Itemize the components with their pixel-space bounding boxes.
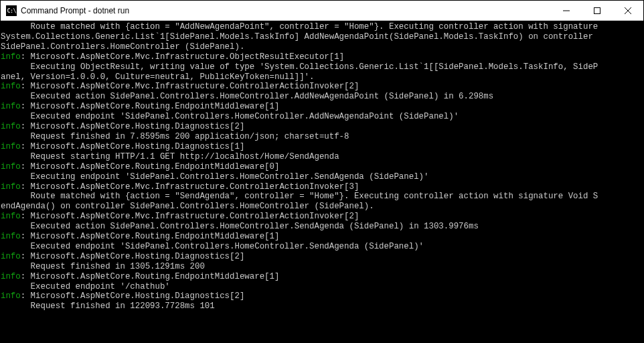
console-output[interactable]: Route matched with {action = "AddNewAgen… — [1, 21, 643, 342]
log-level-info: info — [1, 162, 21, 172]
console-line: info: Microsoft.AspNetCore.Routing.Endpo… — [1, 162, 643, 172]
console-line: System.Collections.Generic.List`1[SidePa… — [1, 32, 643, 42]
console-line: Executed endpoint '/chathub' — [1, 282, 643, 292]
log-message: Executing ObjectResult, writing value of… — [1, 62, 598, 72]
console-line: info: Microsoft.AspNetCore.Hosting.Diagn… — [1, 291, 643, 301]
console-line: Request finished in 7.8595ms 200 applica… — [1, 132, 643, 142]
log-category: : Microsoft.AspNetCore.Routing.EndpointM… — [21, 232, 280, 241]
window-controls — [551, 1, 643, 20]
log-level-info: info — [1, 82, 21, 91]
console-line: Executed endpoint 'SidePanel.Controllers… — [1, 112, 643, 122]
log-level-info: info — [1, 252, 21, 261]
log-category: : Microsoft.AspNetCore.Routing.EndpointM… — [21, 162, 280, 172]
console-line: Executed endpoint 'SidePanel.Controllers… — [1, 242, 643, 252]
console-line: anel, Version=1.0.0.0, Culture=neutral, … — [1, 72, 643, 82]
log-message: Request starting HTTP/1.1 GET http://loc… — [1, 152, 339, 161]
console-line: info: Microsoft.AspNetCore.Hosting.Diagn… — [1, 252, 643, 262]
log-level-info: info — [1, 142, 21, 151]
log-message: endAgenda() on controller SidePanel.Cont… — [1, 202, 374, 211]
maximize-button[interactable] — [582, 1, 613, 20]
console-line: Request finished in 1305.1291ms 200 — [1, 262, 643, 272]
window-titlebar: C:\ Command Prompt - dotnet run — [1, 1, 643, 21]
log-category: : Microsoft.AspNetCore.Mvc.Infrastructur… — [21, 52, 344, 62]
console-line: info: Microsoft.AspNetCore.Mvc.Infrastru… — [1, 52, 643, 62]
log-level-info: info — [1, 212, 21, 221]
log-category: : Microsoft.AspNetCore.Hosting.Diagnosti… — [21, 252, 245, 261]
close-button[interactable] — [613, 1, 643, 20]
log-category: : Microsoft.AspNetCore.Routing.EndpointM… — [21, 102, 280, 111]
log-level-info: info — [1, 102, 21, 111]
log-level-info: info — [1, 52, 21, 62]
log-message: anel, Version=1.0.0.0, Culture=neutral, … — [1, 72, 314, 82]
console-line: Route matched with {action = "SendAgenda… — [1, 192, 643, 202]
console-line: info: Microsoft.AspNetCore.Routing.Endpo… — [1, 102, 643, 112]
console-line: info: Microsoft.AspNetCore.Hosting.Diagn… — [1, 122, 643, 132]
log-level-info: info — [1, 182, 21, 192]
log-message: Route matched with {action = "AddNewAgen… — [1, 22, 603, 31]
log-message: Request finished in 122093.7728ms 101 — [1, 301, 215, 311]
console-line: Route matched with {action = "AddNewAgen… — [1, 22, 643, 32]
log-level-info: info — [1, 122, 21, 131]
minimize-icon — [563, 7, 570, 14]
console-line: info: Microsoft.AspNetCore.Routing.Endpo… — [1, 272, 643, 282]
log-message: Executed action SidePanel.Controllers.Ho… — [1, 92, 493, 101]
log-category: : Microsoft.AspNetCore.Mvc.Infrastructur… — [21, 212, 359, 221]
console-line: info: Microsoft.AspNetCore.Mvc.Infrastru… — [1, 82, 643, 92]
log-level-info: info — [1, 272, 21, 281]
console-line: info: Microsoft.AspNetCore.Routing.Endpo… — [1, 232, 643, 242]
close-icon — [625, 7, 631, 14]
minimize-button[interactable] — [551, 1, 582, 20]
log-message: Executed endpoint 'SidePanel.Controllers… — [1, 242, 424, 251]
console-line: info: Microsoft.AspNetCore.Mvc.Infrastru… — [1, 212, 643, 222]
cmd-icon: C:\ — [6, 5, 17, 16]
log-level-info: info — [1, 291, 21, 301]
console-line: Executing endpoint 'SidePanel.Controller… — [1, 172, 643, 182]
log-message: Route matched with {action = "SendAgenda… — [1, 192, 598, 201]
log-category: : Microsoft.AspNetCore.Hosting.Diagnosti… — [21, 291, 245, 301]
log-message: Executed action SidePanel.Controllers.Ho… — [1, 222, 479, 231]
log-category: : Microsoft.AspNetCore.Hosting.Diagnosti… — [21, 122, 245, 131]
log-message: System.Collections.Generic.List`1[SidePa… — [1, 32, 598, 42]
console-line: Executing ObjectResult, writing value of… — [1, 62, 643, 72]
log-category: : Microsoft.AspNetCore.Routing.EndpointM… — [21, 272, 280, 281]
log-level-info: info — [1, 232, 21, 241]
log-message: SidePanel.Controllers.HomeController (Si… — [1, 42, 244, 52]
console-line: Request starting HTTP/1.1 GET http://loc… — [1, 152, 643, 162]
log-category: : Microsoft.AspNetCore.Mvc.Infrastructur… — [21, 82, 359, 91]
log-message: Executing endpoint 'SidePanel.Controller… — [1, 172, 428, 182]
log-message: Executed endpoint 'SidePanel.Controllers… — [1, 112, 459, 121]
console-line: info: Microsoft.AspNetCore.Mvc.Infrastru… — [1, 182, 643, 192]
console-line: Executed action SidePanel.Controllers.Ho… — [1, 92, 643, 102]
log-category: : Microsoft.AspNetCore.Mvc.Infrastructur… — [21, 182, 359, 192]
maximize-icon — [594, 7, 600, 14]
svg-rect-1 — [594, 7, 600, 13]
console-line: info: Microsoft.AspNetCore.Hosting.Diagn… — [1, 142, 643, 152]
console-line: Executed action SidePanel.Controllers.Ho… — [1, 222, 643, 232]
console-line: SidePanel.Controllers.HomeController (Si… — [1, 42, 643, 52]
log-message: Request finished in 7.8595ms 200 applica… — [1, 132, 349, 141]
log-message: Request finished in 1305.1291ms 200 — [1, 262, 205, 271]
log-category: : Microsoft.AspNetCore.Hosting.Diagnosti… — [21, 142, 245, 151]
console-line: endAgenda() on controller SidePanel.Cont… — [1, 202, 643, 212]
console-line: Request finished in 122093.7728ms 101 — [1, 301, 643, 312]
log-message: Executed endpoint '/chathub' — [1, 282, 170, 291]
window-title: Command Prompt - dotnet run — [21, 6, 551, 15]
